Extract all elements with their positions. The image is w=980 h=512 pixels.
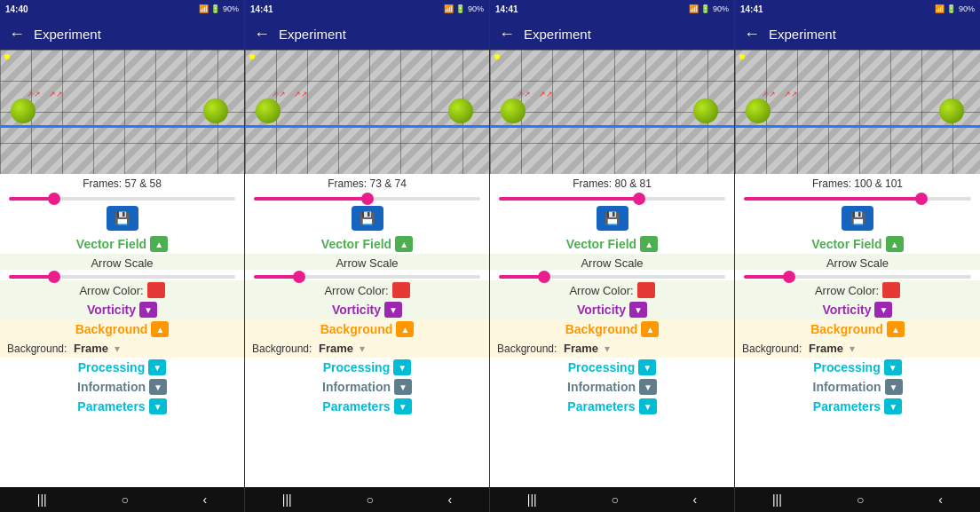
back-button[interactable]: ←	[744, 25, 760, 43]
parameters-dropdown[interactable]: ▼	[149, 398, 167, 414]
arrow-scale-slider[interactable]	[735, 270, 980, 280]
nav-menu-icon[interactable]: |||	[282, 492, 292, 507]
nav-home-icon[interactable]: ○	[366, 492, 373, 507]
bg-frame-row: Background: Frame ▾	[735, 339, 980, 358]
arrow-scale-row: Arrow Scale	[735, 254, 980, 270]
slider-thumb[interactable]	[48, 193, 60, 205]
arrow-color-swatch[interactable]	[392, 282, 410, 298]
nav-back-icon[interactable]: ‹	[447, 492, 452, 507]
slider-track[interactable]	[744, 197, 971, 201]
bg-frame-prefix: Background:	[7, 343, 67, 355]
ball-right	[939, 98, 964, 123]
vorticity-dropdown[interactable]: ▼	[139, 302, 157, 318]
arrow-scale-thumb[interactable]	[538, 271, 550, 283]
parameters-row: Parameters ▼	[490, 397, 734, 416]
vector-field-dropdown[interactable]: ▲	[395, 236, 413, 252]
arrow-scale-thumb[interactable]	[783, 271, 795, 283]
background-dropdown[interactable]: ▲	[887, 321, 905, 337]
vector-field-dropdown[interactable]: ▲	[640, 236, 658, 252]
nav-menu-icon[interactable]: |||	[772, 492, 782, 507]
processing-dropdown[interactable]: ▼	[884, 359, 902, 375]
parameters-dropdown[interactable]: ▼	[884, 398, 902, 414]
nav-home-icon[interactable]: ○	[121, 492, 128, 507]
camera-view: ↗↗ ↗↗	[490, 50, 734, 174]
save-button[interactable]: 💾	[597, 206, 628, 231]
processing-dropdown[interactable]: ▼	[638, 359, 656, 375]
vorticity-row: Vorticity ▼	[0, 300, 244, 319]
bg-frame-row: Background: Frame ▾	[0, 339, 244, 358]
slider-row[interactable]	[0, 192, 244, 202]
information-dropdown[interactable]: ▼	[639, 379, 657, 395]
nav-back-icon[interactable]: ‹	[938, 492, 943, 507]
slider-row[interactable]	[245, 192, 489, 202]
parameters-dropdown[interactable]: ▼	[394, 398, 412, 414]
background-row: Background ▲	[245, 319, 489, 339]
arrow-color-swatch[interactable]	[882, 282, 900, 298]
nav-back-icon[interactable]: ‹	[202, 492, 207, 507]
slider-track[interactable]	[9, 197, 235, 201]
slider-fill	[499, 197, 639, 201]
slider-row[interactable]	[490, 192, 734, 202]
arrow-scale-track[interactable]	[744, 275, 971, 279]
arrow-color-row: Arrow Color:	[490, 280, 734, 300]
nav-back-icon[interactable]: ‹	[692, 492, 697, 507]
arrow-scale-row: Arrow Scale	[245, 254, 489, 270]
save-button[interactable]: 💾	[107, 206, 138, 231]
arrow-scale-thumb[interactable]	[48, 271, 60, 283]
arrow-scale-thumb[interactable]	[293, 271, 305, 283]
vector-field-row: Vector Field ▲	[490, 234, 734, 254]
information-dropdown[interactable]: ▼	[394, 379, 412, 395]
arrow-scale-section: Arrow Scale Arrow Color: Vorticity ▼	[490, 254, 734, 319]
arrow-scale-slider[interactable]	[490, 270, 734, 280]
camera-bg: ↗↗ ↗↗	[245, 50, 489, 174]
vorticity-row: Vorticity ▼	[735, 300, 980, 319]
vorticity-dropdown[interactable]: ▼	[384, 302, 402, 318]
arrow-scale-section: Arrow Scale Arrow Color: Vorticity ▼	[735, 254, 980, 319]
ball-right	[203, 98, 228, 123]
slider-track[interactable]	[254, 197, 480, 201]
save-row: 💾	[245, 202, 489, 234]
slider-thumb[interactable]	[361, 193, 374, 205]
bg-frame-row: Background: Frame ▾	[490, 339, 734, 358]
save-button[interactable]: 💾	[352, 206, 383, 231]
nav-bar: ||| ○ ‹	[245, 487, 489, 512]
parameters-row: Parameters ▼	[735, 397, 980, 416]
background-section: Background ▲ Background: Frame ▾	[735, 319, 980, 358]
slider-row[interactable]	[735, 192, 980, 202]
back-button[interactable]: ←	[9, 25, 25, 43]
vorticity-dropdown[interactable]: ▼	[874, 302, 892, 318]
processing-dropdown[interactable]: ▼	[148, 359, 166, 375]
parameters-dropdown[interactable]: ▼	[639, 398, 657, 414]
slider-track[interactable]	[499, 197, 725, 201]
vector-field-dropdown[interactable]: ▲	[150, 236, 168, 252]
slider-thumb[interactable]	[915, 193, 928, 205]
save-button[interactable]: 💾	[842, 206, 873, 231]
arrow-color-swatch[interactable]	[147, 282, 165, 298]
background-dropdown[interactable]: ▲	[151, 321, 169, 337]
nav-menu-icon[interactable]: |||	[37, 492, 47, 507]
background-dropdown[interactable]: ▲	[396, 321, 414, 337]
vorticity-dropdown[interactable]: ▼	[629, 302, 647, 318]
arrow-scale-track[interactable]	[9, 275, 235, 279]
arrow-color-swatch[interactable]	[637, 282, 655, 298]
nav-menu-icon[interactable]: |||	[527, 492, 537, 507]
vector-field-row: Vector Field ▲	[245, 234, 489, 254]
camera-bg: ↗↗ ↗↗	[735, 50, 980, 174]
arrow-scale-track[interactable]	[254, 275, 480, 279]
arrow-marks: ↗↗	[517, 90, 531, 98]
nav-home-icon[interactable]: ○	[611, 492, 618, 507]
processing-dropdown[interactable]: ▼	[393, 359, 411, 375]
back-button[interactable]: ←	[499, 25, 515, 43]
vector-field-label: Vector Field	[811, 237, 881, 251]
arrow-scale-slider[interactable]	[0, 270, 244, 280]
background-dropdown[interactable]: ▲	[641, 321, 659, 337]
arrow-scale-slider[interactable]	[245, 270, 489, 280]
information-dropdown[interactable]: ▼	[885, 379, 903, 395]
arrow-marks2: ↗↗	[784, 90, 798, 98]
arrow-scale-track[interactable]	[499, 275, 725, 279]
back-button[interactable]: ←	[254, 25, 270, 43]
nav-home-icon[interactable]: ○	[857, 492, 864, 507]
information-dropdown[interactable]: ▼	[149, 379, 167, 395]
vector-field-dropdown[interactable]: ▲	[886, 236, 904, 252]
slider-thumb[interactable]	[633, 193, 645, 205]
